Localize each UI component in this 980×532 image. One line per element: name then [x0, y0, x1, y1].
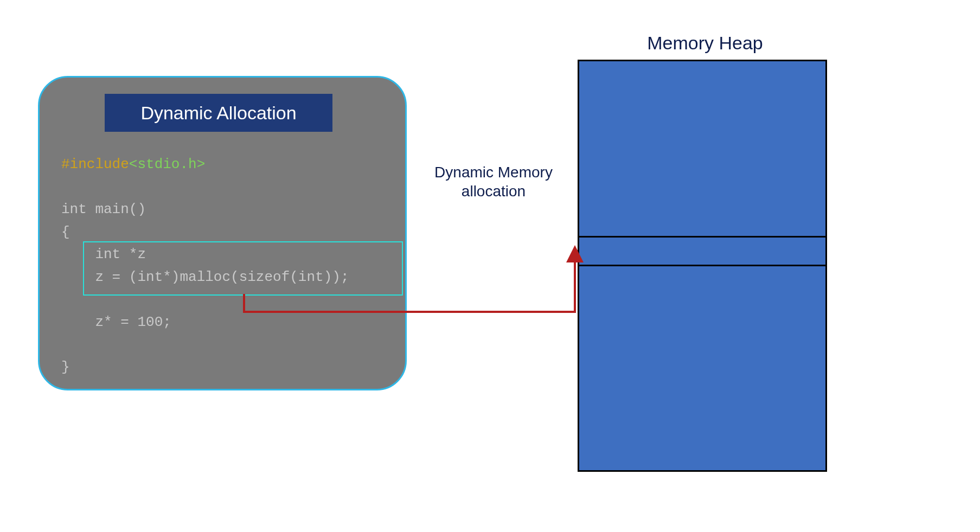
malloc-highlight-box: [83, 241, 403, 296]
arrow-label: Dynamic Memory allocation: [412, 163, 575, 201]
code-panel: Dynamic Allocation #include<stdio.h> int…: [38, 76, 407, 390]
panel-title: Dynamic Allocation: [105, 94, 332, 132]
heap-title-text: Memory Heap: [647, 33, 763, 53]
memory-heap: [578, 60, 827, 472]
code-line-open: {: [61, 224, 70, 240]
code-line-assign: z* = 100;: [61, 314, 171, 330]
arrow-label-text: Dynamic Memory allocation: [434, 164, 553, 200]
code-include-header: <stdio.h>: [129, 156, 205, 172]
code-line-close: }: [61, 359, 70, 375]
code-line-main: int main(): [61, 201, 146, 217]
heap-allocated-slot: [579, 236, 825, 266]
code-include-kw: #include: [61, 156, 129, 172]
panel-title-text: Dynamic Allocation: [140, 102, 296, 124]
heap-title: Memory Heap: [588, 33, 822, 54]
